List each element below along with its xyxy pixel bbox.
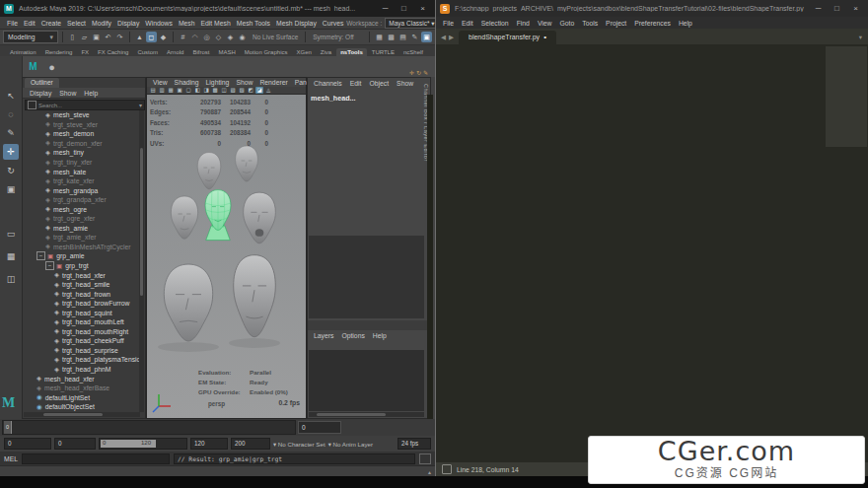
outliner-item[interactable]: ◈trgt_head_surprise: [24, 346, 140, 356]
close-button[interactable]: ×: [414, 3, 431, 15]
viewport-toolbar-icon[interactable]: ◬: [264, 87, 272, 94]
new-scene-icon[interactable]: ▯: [67, 32, 78, 42]
outliner-item[interactable]: ◉defaultObjectSet: [24, 402, 140, 412]
render-icon[interactable]: ▦: [374, 32, 385, 42]
outliner-search[interactable]: Search... ▾: [25, 100, 145, 110]
shelf-tab-mash[interactable]: MASH: [214, 48, 239, 56]
viewport-toolbar-icon[interactable]: ◪: [255, 87, 263, 94]
viewport-menu-item[interactable]: Show: [233, 79, 255, 86]
shelf-tab-fx-caching[interactable]: FX Caching: [94, 48, 132, 56]
select-object-icon[interactable]: ◻: [146, 32, 157, 42]
rotate-tool-icon[interactable]: ↻: [3, 163, 19, 178]
viewport-toolbar-icon[interactable]: ◨: [202, 87, 210, 94]
viewport-toolbar-icon[interactable]: ▩: [211, 87, 219, 94]
outliner-item[interactable]: ◈trgt_amie_xfer: [24, 233, 140, 243]
maya-menu-item[interactable]: Create: [38, 20, 64, 27]
move-tool-icon[interactable]: ✛: [3, 144, 19, 160]
character-set-selector[interactable]: ▾ No Character Set: [273, 441, 326, 448]
code-editor[interactable]: [436, 44, 868, 462]
maya-menu-item[interactable]: Edit Mesh: [198, 20, 234, 27]
viewport-toolbar-icon[interactable]: ▧: [238, 87, 246, 94]
snap-grid-icon[interactable]: #: [178, 32, 188, 42]
outliner-item[interactable]: −▣grp_amie: [24, 251, 140, 261]
outliner-item[interactable]: ◈trgt_head_frown: [24, 289, 140, 299]
head-mesh[interactable]: [197, 153, 221, 189]
viewport-toolbar-icon[interactable]: ◩: [247, 87, 254, 94]
minimize-button[interactable]: ─: [377, 3, 394, 15]
outliner-item[interactable]: ◈mesh_head_xferBase: [24, 383, 140, 393]
outliner-item[interactable]: ◈trgt_head_platysmaTension: [24, 355, 140, 365]
viewport-toolbar-icon[interactable]: ▣: [176, 87, 183, 94]
outliner-item[interactable]: ◈trgt_tiny_xfer: [24, 158, 140, 168]
selected-head-mesh[interactable]: [205, 190, 231, 241]
four-pane-layout-icon[interactable]: ▦: [3, 248, 19, 264]
maya-menu-item[interactable]: Edit: [21, 20, 38, 27]
fps-selector[interactable]: 24 fps: [398, 438, 431, 450]
select-component-icon[interactable]: ◆: [158, 32, 169, 42]
outliner-item[interactable]: ◈trgt_demon_xfer: [24, 139, 140, 149]
channelbox-menu-item[interactable]: Object: [366, 80, 392, 87]
viewport-toolbar-icon[interactable]: ▥: [158, 87, 166, 94]
viewport-menu-item[interactable]: Shading: [172, 79, 202, 86]
snap-point-icon[interactable]: ◎: [201, 32, 212, 42]
paint-select-tool-icon[interactable]: ✎: [3, 125, 19, 141]
anim-layer-selector[interactable]: ▾ No Anim Layer: [328, 441, 373, 448]
close-button[interactable]: ×: [847, 3, 864, 15]
viewport-menu-item[interactable]: Lighting: [203, 79, 233, 86]
outliner-item[interactable]: ◈mesh_steve: [24, 110, 140, 120]
timeline-playhead[interactable]: 0: [4, 421, 12, 434]
outliner-item[interactable]: ◈trgt_head_mouthRight: [24, 327, 140, 337]
outliner-item[interactable]: ◈mesh_kate: [24, 167, 140, 176]
outliner-vscrollbar[interactable]: [139, 110, 144, 412]
snap-surface-icon[interactable]: ◈: [225, 32, 236, 42]
minimap-viewport[interactable]: [826, 46, 867, 147]
sublime-titlebar[interactable]: S F:\schnapp_projects_ARCHIVE\_myProject…: [436, 0, 868, 17]
shelf-tab-arnold[interactable]: Arnold: [163, 48, 187, 56]
sublime-menu-item[interactable]: Project: [602, 20, 630, 27]
play-start-field[interactable]: 0: [54, 438, 96, 450]
sublime-menu-item[interactable]: File: [439, 20, 458, 27]
minimize-button[interactable]: ─: [810, 3, 827, 15]
single-pane-layout-icon[interactable]: ▭: [3, 226, 19, 242]
outliner-item[interactable]: ◈mesh_demon: [24, 129, 140, 139]
sublime-menu-item[interactable]: Selection: [477, 20, 513, 27]
axis-icon[interactable]: ✛: [409, 69, 414, 76]
head-mesh[interactable]: [244, 192, 276, 244]
layer-list[interactable]: [309, 350, 424, 411]
channelbox-menu-item[interactable]: Edit: [347, 80, 365, 87]
shelf-tab-bifrost[interactable]: Bifrost: [188, 48, 213, 56]
outliner-item[interactable]: ◈trgt_head_xfer: [24, 270, 140, 280]
shelf-tab-xgen[interactable]: XGen: [292, 48, 315, 56]
collapse-arrow-icon[interactable]: ▴: [428, 468, 431, 475]
sublime-menu-item[interactable]: Help: [675, 20, 696, 27]
outliner-item[interactable]: ◈trgt_head_browFurrow: [24, 299, 140, 309]
expand-toggle-icon[interactable]: −: [36, 251, 45, 260]
select-tool-icon[interactable]: ↖: [3, 88, 19, 104]
shelf-tab-motion-graphics[interactable]: Motion Graphics: [241, 48, 292, 56]
maximize-button[interactable]: □: [829, 3, 845, 15]
maya-menu-item[interactable]: Windows: [142, 20, 176, 27]
maya-menu-item[interactable]: Modify: [89, 20, 114, 27]
outliner-item[interactable]: −▣grp_trgt: [24, 261, 140, 271]
symmetry-selector[interactable]: Symmetry: Off: [310, 34, 356, 40]
current-frame-field[interactable]: 0: [298, 421, 341, 434]
outliner-title[interactable]: Outliner: [25, 78, 59, 88]
shelf-tab-ziva[interactable]: Ziva: [317, 48, 335, 56]
outliner-item[interactable]: ◈trgt_head_smile: [24, 280, 140, 290]
open-scene-icon[interactable]: ▱: [79, 32, 90, 42]
outliner-item[interactable]: ◈trgt_ogre_xfer: [24, 214, 140, 224]
workspace-selector[interactable]: Maya Classic* ▾: [385, 18, 438, 29]
shelf-tab-nstools[interactable]: nsTools: [336, 48, 367, 56]
layer-menu-item[interactable]: Layers: [311, 332, 336, 339]
viewport-toolbar-icon[interactable]: ▢: [184, 87, 192, 94]
viewport-menu-item[interactable]: Renderer: [256, 79, 290, 86]
head-mesh[interactable]: [236, 146, 258, 181]
sublime-menu-item[interactable]: Preferences: [630, 20, 675, 27]
shelf-tab-ncshelf[interactable]: ncShelf: [399, 48, 427, 56]
history-icon[interactable]: ↻: [416, 69, 421, 76]
outliner-item[interactable]: ◈trgt_kate_xfer: [24, 176, 140, 186]
channelbox-object-name[interactable]: mesh_head...: [311, 94, 356, 103]
maya-menu-item[interactable]: Mesh: [176, 20, 198, 27]
outliner-item[interactable]: ◈trgt_head_phnM: [24, 365, 140, 375]
no-live-surface-label[interactable]: No Live Surface: [250, 34, 301, 40]
